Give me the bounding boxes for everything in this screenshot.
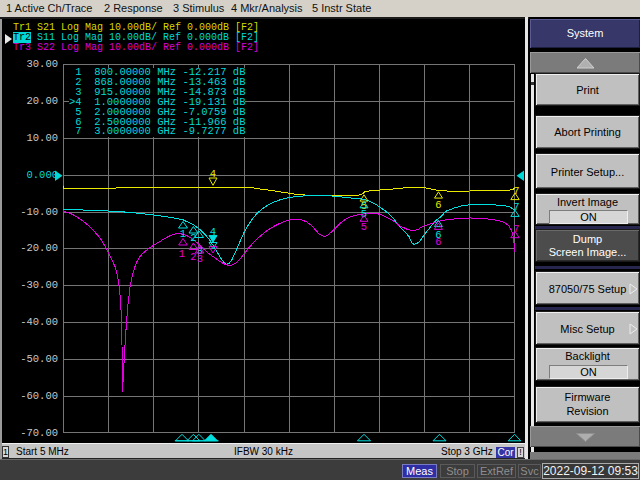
- svg-text:5: 5: [361, 221, 367, 233]
- svg-text:6: 6: [435, 236, 441, 248]
- svg-text:1: 1: [179, 248, 185, 260]
- svg-text:6: 6: [435, 199, 441, 211]
- svg-text:3: 3: [197, 253, 203, 265]
